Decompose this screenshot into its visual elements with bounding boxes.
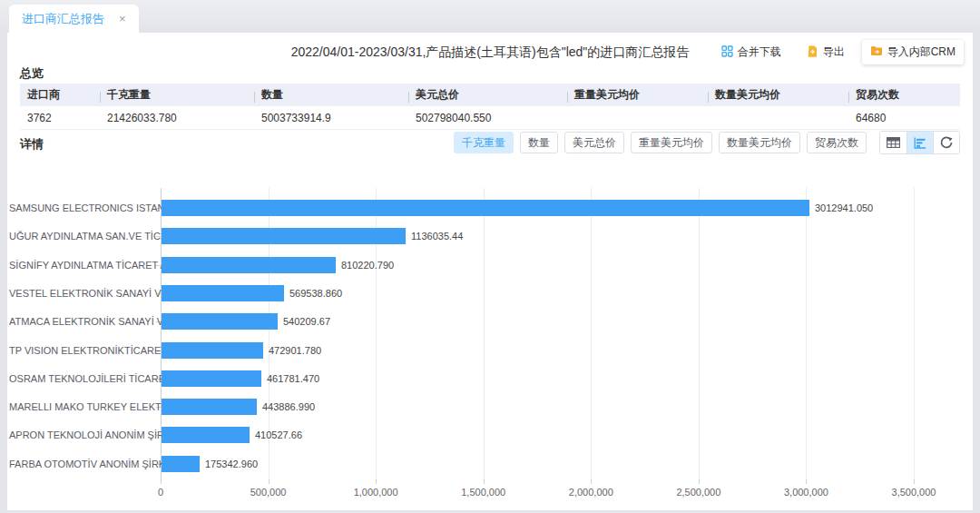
column-header: 数量美元均价 (708, 87, 848, 103)
x-axis-tick (914, 479, 915, 484)
category-label: SAMSUNG ELECTRONICS ISTANBUL P... (9, 202, 155, 214)
gridline (591, 188, 592, 479)
close-icon[interactable]: × (119, 13, 126, 25)
bar-value-label: 461781.470 (267, 370, 319, 387)
y-axis-tick (156, 379, 161, 380)
merge-download-label: 合并下载 (738, 44, 781, 60)
column-header: 贸易次数 (848, 87, 960, 103)
import-crm-label: 导入内部CRM (887, 44, 956, 60)
bar-chart-view-icon[interactable] (906, 132, 933, 153)
category-label: MARELLI MAKO TURKEY ELEKTRİK S... (9, 400, 155, 413)
bar-value-label: 810220.790 (341, 257, 394, 273)
bar[interactable] (162, 257, 336, 273)
metric-tab-重量美元均价[interactable]: 重量美元均价 (631, 132, 712, 153)
x-axis-tick (161, 479, 162, 484)
y-axis-tick (156, 435, 161, 436)
y-axis-tick (156, 236, 161, 237)
table-view-icon[interactable] (880, 132, 906, 153)
bar[interactable] (162, 228, 406, 244)
x-axis-tick (806, 479, 807, 484)
bar-value-label: 443886.990 (262, 399, 315, 415)
tab-bar: 进口商汇总报告 × (0, 0, 980, 33)
category-label: FARBA OTOMOTİV ANONİM ŞİRKETİ (9, 458, 155, 470)
import-crm-button[interactable]: 导入内部CRM (862, 40, 964, 64)
import-crm-icon (870, 45, 883, 59)
column-header: 重量美元均价 (567, 87, 708, 103)
y-axis-tick (156, 265, 161, 266)
refresh-icon[interactable] (933, 132, 959, 153)
category-label: TP VISION ELEKTRONİKTİCARET AN... (9, 344, 155, 357)
y-axis-tick (156, 350, 161, 351)
x-axis-label: 3,000,000 (756, 487, 856, 498)
bar-value-label: 410527.66 (255, 427, 302, 443)
export-button[interactable]: 导出 (799, 40, 853, 64)
bar[interactable] (162, 456, 200, 472)
category-label: VESTEL ELEKTRONİK SANAYİ VE Tİ... (9, 287, 155, 300)
bar-value-label: 540209.67 (283, 313, 330, 330)
category-label: ATMACA ELEKTRONİK SANAYİ VE Tİ... (9, 315, 155, 328)
gridline (914, 188, 915, 479)
table-cell: 502798040.550 (408, 112, 567, 124)
category-label: OSRAM TEKNOLOJİLERİ TİCARET AN... (9, 372, 155, 385)
metric-tab-千克重量[interactable]: 千克重量 (454, 132, 514, 153)
export-label: 导出 (823, 44, 845, 60)
y-axis-tick (156, 321, 161, 322)
x-axis-tick (269, 479, 270, 484)
category-label: UĞUR AYDINLATMA SAN.VE TİC.LTD... (9, 230, 155, 242)
detail-toolbar: 千克重量数量美元总价重量美元均价数量美元均价贸易次数 (454, 131, 960, 154)
column-header: 美元总价 (408, 87, 567, 103)
x-axis-label: 3,500,000 (864, 487, 964, 498)
merge-download-icon (721, 45, 733, 60)
x-axis-label: 2,500,000 (649, 487, 749, 498)
merge-download-button[interactable]: 合并下载 (713, 40, 789, 64)
view-toggle-group (879, 131, 960, 154)
x-axis-label: 500,000 (219, 487, 318, 498)
bar[interactable] (162, 313, 278, 330)
bar[interactable] (162, 370, 261, 387)
gridline (806, 188, 807, 479)
metric-tab-美元总价[interactable]: 美元总价 (564, 132, 624, 153)
bar-value-label: 472901.780 (269, 342, 321, 359)
tab-import-summary-report[interactable]: 进口商汇总报告 × (9, 5, 139, 33)
table-cell: 64680 (848, 112, 960, 124)
bar[interactable] (162, 342, 263, 359)
y-axis-tick (156, 208, 161, 209)
x-axis-tick (484, 479, 485, 484)
table-cell: 5003733914.9 (254, 112, 408, 124)
column-header: 进口商 (20, 87, 100, 103)
bar[interactable] (162, 399, 257, 415)
x-axis-tick (699, 479, 700, 484)
y-axis-tick (156, 293, 161, 294)
metric-tab-数量[interactable]: 数量 (520, 132, 558, 153)
report-panel: 2022/04/01-2023/03/31,产品描述(土耳其语)包含"led"的… (7, 33, 973, 510)
overview-section-title: 总览 (20, 65, 44, 82)
gridline (699, 188, 700, 479)
category-label: SİGNİFY AYDINLATMA TİCARET ANO... (9, 259, 155, 271)
table-cell: 3762 (20, 112, 100, 124)
detail-section-title: 详情 (20, 136, 44, 153)
overview-table: 进口商千克重量数量美元总价重量美元均价数量美元均价贸易次数 3762214260… (20, 84, 960, 130)
x-axis-label: 1,000,000 (326, 487, 426, 498)
column-header: 数量 (254, 87, 408, 103)
bar-value-label: 1136035.44 (411, 228, 463, 244)
bar[interactable] (162, 285, 284, 301)
metric-tab-贸易次数[interactable]: 贸易次数 (807, 132, 867, 153)
x-axis-label: 2,000,000 (541, 487, 641, 498)
y-axis-tick (156, 407, 161, 408)
metric-tabs: 千克重量数量美元总价重量美元均价数量美元均价贸易次数 (454, 132, 867, 153)
x-axis-label: 0 (111, 487, 211, 498)
y-axis-tick (156, 464, 161, 465)
header-actions: 合并下载 导出 导入内部CRM (713, 40, 964, 64)
tab-label: 进口商汇总报告 (22, 11, 104, 27)
overview-table-header: 进口商千克重量数量美元总价重量美元均价数量美元均价贸易次数 (20, 84, 960, 106)
gridline (484, 188, 485, 479)
x-axis-tick (376, 479, 377, 484)
x-axis-label: 1,500,000 (434, 487, 534, 498)
bar-value-label: 175342.960 (205, 456, 258, 472)
metric-tab-数量美元均价[interactable]: 数量美元均价 (719, 132, 800, 153)
x-axis-tick (591, 479, 592, 484)
bar[interactable] (162, 427, 250, 443)
category-label: APRON TEKNOLOJİ ANONİM ŞİRKETİ (9, 429, 155, 441)
overview-table-row: 376221426033.7805003733914.9502798040.55… (20, 106, 960, 130)
bar[interactable] (162, 200, 809, 216)
